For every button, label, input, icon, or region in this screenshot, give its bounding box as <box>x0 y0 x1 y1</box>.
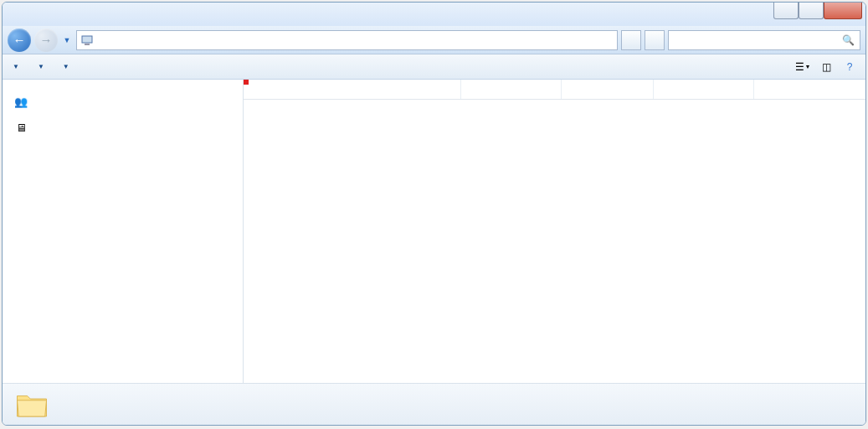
back-button[interactable]: ← <box>8 28 31 52</box>
breadcrumb[interactable] <box>76 30 618 50</box>
column-name[interactable] <box>244 80 461 99</box>
homegroup-icon: 👥 <box>14 96 28 109</box>
organize-menu[interactable]: ▼ <box>9 63 19 70</box>
file-rows <box>244 100 865 383</box>
computer-icon: 🖥 <box>14 121 28 135</box>
close-button[interactable] <box>824 3 862 19</box>
forward-button[interactable]: → <box>34 28 58 52</box>
preview-pane-button[interactable]: ◫ <box>817 58 835 76</box>
navigation-pane[interactable]: 👥 ▾ 🖥 <box>3 80 244 383</box>
column-headers <box>244 80 865 100</box>
svg-rect-0 <box>82 36 92 43</box>
maximize-button[interactable] <box>799 3 824 19</box>
include-in-library-menu[interactable]: ▼ <box>34 63 44 70</box>
sidebar-homegroup[interactable]: 👥 <box>3 93 243 111</box>
address-bar-row: ← → ▼ 🔍 <box>3 26 865 54</box>
column-type[interactable] <box>562 80 654 99</box>
status-bar <box>3 383 865 425</box>
help-button[interactable]: ? <box>840 58 859 76</box>
chevron-down-icon: ▾ <box>3 124 6 132</box>
svg-rect-1 <box>85 44 90 45</box>
toolbar: ▼ ▼ ▼ ☰▼ ◫ ? <box>3 54 865 80</box>
file-list-pane <box>244 80 865 383</box>
sidebar-computer[interactable]: ▾ 🖥 <box>3 119 243 137</box>
nav-history-dropdown[interactable]: ▼ <box>61 36 73 44</box>
search-icon: 🔍 <box>842 34 855 46</box>
refresh-button[interactable] <box>645 30 665 50</box>
view-options-button[interactable]: ☰▼ <box>794 58 812 76</box>
folder-icon <box>14 387 49 422</box>
titlebar <box>3 3 865 26</box>
address-dropdown[interactable] <box>621 30 641 50</box>
minimize-button[interactable] <box>773 3 799 19</box>
share-menu[interactable]: ▼ <box>59 63 69 70</box>
search-input[interactable]: 🔍 <box>668 30 860 50</box>
column-size[interactable] <box>654 80 754 99</box>
computer-icon <box>80 34 94 47</box>
column-date[interactable] <box>461 80 562 99</box>
